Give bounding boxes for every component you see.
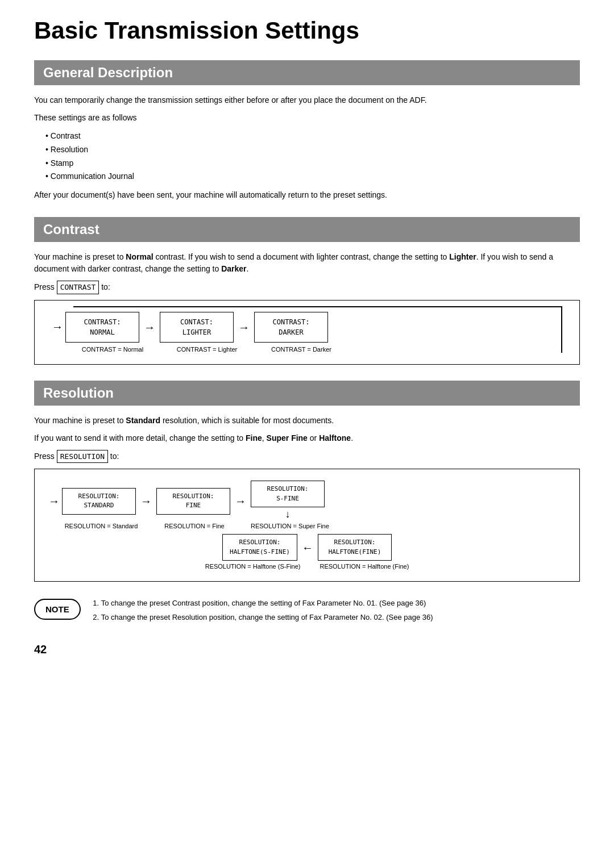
res-col-standard: RESOLUTION: STANDARD bbox=[62, 488, 136, 515]
contrast-label-lighter: CONTRAST = Lighter bbox=[170, 346, 244, 353]
resolution-bold-fine: Fine bbox=[246, 433, 262, 443]
res-entry-arrow: → bbox=[48, 495, 60, 508]
contrast-flow-row: → CONTRAST: NORMAL → CONTAST: LIGHTER → … bbox=[52, 312, 562, 343]
res-box-sfine: RESOLUTION: S-FINE bbox=[251, 481, 325, 507]
note-item-1: To change the preset Contrast position, … bbox=[101, 598, 433, 610]
list-item: Resolution bbox=[45, 143, 580, 157]
contrast-diagram: → CONTRAST: NORMAL → CONTAST: LIGHTER → … bbox=[34, 300, 580, 365]
contrast-para1: Your machine is preset to Normal contras… bbox=[34, 251, 580, 275]
note-box: NOTE bbox=[34, 599, 81, 620]
resolution-para1: Your machine is preset to Standard resol… bbox=[34, 415, 580, 427]
res-box-fine: RESOLUTION: FINE bbox=[156, 488, 230, 515]
contrast-bold-normal: Normal bbox=[126, 252, 153, 261]
contrast-box-lighter: CONTAST: LIGHTER bbox=[160, 312, 234, 343]
contrast-header: Contrast bbox=[34, 217, 580, 242]
resolution-bold-halftone: Halftone bbox=[319, 433, 351, 443]
contrast-bold-darker: Darker bbox=[221, 264, 246, 273]
res-label-halftone-fine: RESOLUTION = Halftone (Fine) bbox=[320, 563, 409, 570]
resolution-press-line: Press RESOLUTION to: bbox=[34, 450, 580, 464]
res-box-halftone-fine: RESOLUTION: HALFTONE(FINE) bbox=[318, 534, 392, 561]
contrast-press-line: Press CONTRAST to: bbox=[34, 281, 580, 294]
arrow-1: → bbox=[139, 322, 160, 333]
note-section: NOTE To change the preset Contrast posit… bbox=[34, 598, 580, 626]
entry-arrow: → bbox=[52, 320, 63, 333]
contrast-box-darker: CONTRAST: DARKER bbox=[254, 312, 328, 343]
note-item-2: To change the preset Resolution position… bbox=[101, 612, 433, 624]
contrast-label-normal: CONTRAST = Normal bbox=[76, 346, 150, 353]
resolution-bold-superfine: Super Fine bbox=[267, 433, 308, 443]
resolution-header: Resolution bbox=[34, 381, 580, 406]
arrow-2: → bbox=[234, 322, 254, 333]
resolution-top-row: → RESOLUTION: STANDARD → RESOLUTION: FIN… bbox=[48, 481, 566, 521]
list-item: Communication Journal bbox=[45, 170, 580, 183]
res-arrow-2: → bbox=[230, 495, 251, 507]
resolution-section: Resolution Your machine is preset to Sta… bbox=[34, 381, 580, 582]
res-top-labels: RESOLUTION = Standard RESOLUTION = Fine … bbox=[48, 523, 566, 529]
contrast-labels-row: CONTRAST = Normal CONTRAST = Lighter CON… bbox=[52, 346, 562, 353]
general-desc-para2: After your document(s) have been sent, y… bbox=[34, 189, 580, 201]
contrast-key: CONTRAST bbox=[57, 281, 99, 294]
res-col-halftone-fine: RESOLUTION: HALFTONE(FINE) bbox=[318, 534, 392, 561]
resolution-diagram: → RESOLUTION: STANDARD → RESOLUTION: FIN… bbox=[34, 469, 580, 582]
res-arrow-left-1: ← bbox=[297, 542, 318, 553]
general-desc-list-intro: These settings are as follows bbox=[34, 112, 580, 124]
res-box-standard: RESOLUTION: STANDARD bbox=[62, 488, 136, 515]
res-label-halftone-sfine: RESOLUTION = Halftone (S-Fine) bbox=[205, 563, 301, 570]
res-col-sfine: RESOLUTION: S-FINE ↓ bbox=[251, 481, 325, 521]
note-list: To change the preset Contrast position, … bbox=[101, 598, 433, 624]
contrast-bold-lighter: Lighter bbox=[449, 252, 476, 261]
res-col-fine: RESOLUTION: FINE bbox=[156, 488, 230, 515]
contrast-box-normal: CONTRAST: NORMAL bbox=[65, 312, 139, 343]
resolution-bold-standard: Standard bbox=[126, 416, 160, 425]
res-label-sfine: RESOLUTION = Super Fine bbox=[251, 523, 329, 529]
page-title: Basic Transmission Settings bbox=[34, 17, 580, 44]
general-description-header: General Description bbox=[34, 60, 580, 85]
res-col-halftone-sfine: RESOLUTION: HALFTONE(S-FINE) bbox=[222, 534, 297, 561]
res-arrow-1: → bbox=[136, 495, 156, 507]
resolution-para2: If you want to send it with more detail,… bbox=[34, 432, 580, 444]
list-item: Contrast bbox=[45, 130, 580, 143]
contrast-label-darker: CONTRAST = Darker bbox=[264, 346, 338, 353]
general-desc-list: Contrast Resolution Stamp Communication … bbox=[45, 130, 580, 183]
res-bottom-labels: RESOLUTION = Halftone (S-Fine) RESOLUTIO… bbox=[48, 563, 566, 570]
res-down-arrow: ↓ bbox=[285, 507, 291, 521]
res-box-halftone-sfine: RESOLUTION: HALFTONE(S-FINE) bbox=[222, 534, 297, 561]
resolution-bottom-row: RESOLUTION: HALFTONE(S-FINE) ← RESOLUTIO… bbox=[48, 534, 566, 561]
page-number: 42 bbox=[34, 643, 580, 656]
note-content: To change the preset Contrast position, … bbox=[92, 598, 433, 626]
general-desc-para1: You can temporarily change the transmiss… bbox=[34, 94, 580, 106]
resolution-key: RESOLUTION bbox=[57, 450, 108, 464]
res-label-fine: RESOLUTION = Fine bbox=[157, 523, 231, 529]
list-item: Stamp bbox=[45, 157, 580, 170]
general-description-section: General Description You can temporarily … bbox=[34, 60, 580, 201]
res-label-standard: RESOLUTION = Standard bbox=[64, 523, 138, 529]
contrast-section: Contrast Your machine is preset to Norma… bbox=[34, 217, 580, 365]
